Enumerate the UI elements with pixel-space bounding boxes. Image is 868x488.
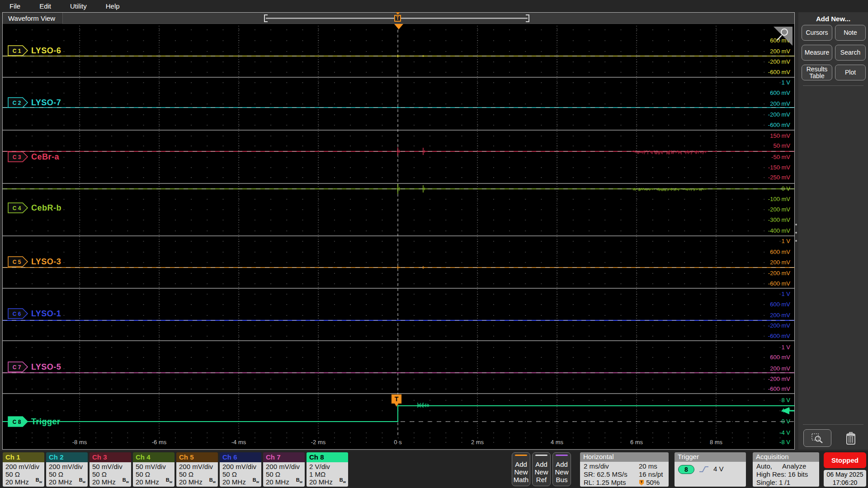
channel-settings-ch7[interactable]: Ch 7200 mV/div50 Ω20 MHzBw xyxy=(263,452,305,487)
channel-badge-c5[interactable]: C 5 xyxy=(8,257,28,267)
channel-settings-ch2[interactable]: Ch 2200 mV/div50 Ω20 MHzBw xyxy=(46,452,88,487)
tab-title: Waveform View xyxy=(8,14,55,22)
x-axis-label: -2 ms xyxy=(311,439,326,446)
trash-icon xyxy=(845,431,857,446)
channel-settings-ch6[interactable]: Ch 6200 mV/div50 Ω20 MHzBw xyxy=(220,452,261,487)
scale-label: -200 mV xyxy=(768,270,790,277)
add-new-math-button[interactable]: AddNewMath xyxy=(512,452,530,486)
scale-label: -200 mV xyxy=(768,111,790,118)
scale-label: 1 V xyxy=(781,79,790,86)
run-stop-button[interactable]: Stopped xyxy=(824,452,866,468)
menu-edit[interactable]: Edit xyxy=(39,2,51,10)
bandwidth-limit-icon: Bw xyxy=(123,476,129,486)
channel-badge-header: Ch 3 xyxy=(90,452,131,462)
channel-badge-c2[interactable]: C 2 xyxy=(8,98,28,108)
channel-tag-text: C 1 xyxy=(13,48,21,54)
trigger-flag[interactable]: T xyxy=(392,394,401,407)
button-measure[interactable]: Measure xyxy=(802,45,832,61)
scale-label: -150 mV xyxy=(768,164,790,171)
channel-badge-body: 200 mV/div50 Ω20 MHzBw xyxy=(46,462,88,487)
channel-scale: 200 mV/div xyxy=(5,463,44,470)
rising-edge-icon xyxy=(699,465,709,473)
channel-badge-c8[interactable]: C 8 xyxy=(8,417,28,427)
channel-c1: 600 mV200 mV-200 mV-600 mVC 1LYSO-6 xyxy=(3,37,794,75)
x-axis-label: 4 ms xyxy=(551,439,564,446)
channel-settings-ch5[interactable]: Ch 5200 mV/div50 Ω20 MHzBw xyxy=(176,452,218,487)
channel-badge-c7[interactable]: C 7 xyxy=(8,362,28,372)
horizontal-scale: 2 ms/div xyxy=(584,462,639,470)
menu-help[interactable]: Help xyxy=(106,2,120,10)
time-text: 17:06:20 xyxy=(824,479,866,487)
channel-badge-header: Ch 4 xyxy=(133,452,175,462)
channel-settings-ch3[interactable]: Ch 350 mV/div50 Ω20 MHzBw xyxy=(90,452,131,487)
bandwidth-limit-icon: Bw xyxy=(79,476,85,486)
trigger-panel[interactable]: Trigger 8 4 V xyxy=(675,452,746,487)
channel-name: Trigger xyxy=(31,417,61,426)
button-results-table[interactable]: ResultsTable xyxy=(802,65,832,80)
button-search[interactable]: Search xyxy=(835,45,866,61)
channel-name: LYSO-6 xyxy=(31,46,61,55)
trigger-marker-box: T xyxy=(394,15,401,22)
channel-c6: 1 V600 mV200 mV-200 mV-600 mVC 6LYSO-1 xyxy=(3,291,794,339)
button-stripe xyxy=(535,455,547,456)
acquisition-detail: High Res: 16 bits xyxy=(756,470,819,479)
trigger-level: 4 V xyxy=(713,465,724,473)
scale-label: 600 mV xyxy=(770,301,790,308)
channel-badge-header: Ch 6 xyxy=(220,452,261,462)
button-note[interactable]: Note xyxy=(835,25,866,41)
channel-badge-header: Ch 2 xyxy=(46,452,88,462)
bandwidth-limit-icon: Bw xyxy=(253,476,259,486)
button-plot[interactable]: Plot xyxy=(835,65,866,80)
scale-label: -200 mV xyxy=(768,58,790,65)
record-view-bracket-right xyxy=(526,14,529,22)
trigger-position-marker[interactable]: T xyxy=(394,13,402,24)
channel-badge-c1[interactable]: C 1 xyxy=(8,46,28,56)
trigger-source-badge: 8 xyxy=(678,465,694,474)
channel-scale: 2 V/div xyxy=(309,463,348,470)
tab-waveform-view[interactable]: Waveform View xyxy=(3,13,63,24)
channel-badge-c4[interactable]: C 4 xyxy=(8,203,28,213)
waveform-view-container: Waveform View T 600 mV200 mV-200 mV-600 … xyxy=(2,12,795,450)
acquisition-single: Single: 1 /1 xyxy=(756,479,819,487)
panel-divider xyxy=(803,85,863,86)
add-new-ref-button[interactable]: AddNewRef xyxy=(532,452,551,486)
channel-tag-text: C 2 xyxy=(13,100,21,106)
channel-badge-header: Ch 7 xyxy=(263,452,305,462)
zoom-box-icon xyxy=(811,432,824,444)
panel-divider xyxy=(803,424,863,425)
scale-label: -50 mV xyxy=(771,154,790,160)
trigger-body: 8 4 V xyxy=(675,462,746,487)
scale-label: -250 mV xyxy=(768,174,790,181)
button-stripe xyxy=(556,455,568,456)
channel-c7: 1 V600 mV200 mV-200 mV-600 mVC 7LYSO-5 xyxy=(3,344,794,392)
scale-label: 8 V xyxy=(781,397,790,404)
menu-file[interactable]: File xyxy=(9,2,20,10)
bandwidth-limit-icon: Bw xyxy=(296,476,302,486)
horizontal-position: T 50% xyxy=(639,479,669,487)
channel-scale: 200 mV/div xyxy=(266,463,305,470)
waveform-plot[interactable]: 600 mV200 mV-200 mV-600 mVC 1LYSO-61 V60… xyxy=(3,24,794,449)
channel-name: CebR-b xyxy=(31,203,61,212)
channel-settings-ch8[interactable]: Ch 82 V/div1 MΩ20 MHzBw xyxy=(307,452,348,487)
scale-label: -8 V xyxy=(779,439,790,446)
channel-badge-body: 200 mV/div50 Ω20 MHzBw xyxy=(3,462,44,487)
channel-settings-ch1[interactable]: Ch 1200 mV/div50 Ω20 MHzBw xyxy=(3,452,44,487)
scale-label: 200 mV xyxy=(770,259,790,266)
panel-splitter[interactable] xyxy=(795,224,797,242)
zoom-box-button[interactable] xyxy=(803,429,831,447)
scale-label: 600 mV xyxy=(770,89,790,96)
button-cursors[interactable]: Cursors xyxy=(802,25,832,41)
acquisition-panel[interactable]: Acquisition Auto, Analyze High Res: 16 b… xyxy=(753,452,819,487)
channel-badge-c6[interactable]: C 6 xyxy=(8,309,28,319)
channel-badge-c3[interactable]: C 3 xyxy=(8,152,28,162)
scale-label: -200 mV xyxy=(768,206,790,213)
trash-button[interactable] xyxy=(843,430,859,446)
acquisition-analyze: Analyze xyxy=(782,462,806,470)
scale-label: -600 mV xyxy=(768,122,790,128)
add-new-bus-button[interactable]: AddNewBus xyxy=(552,452,571,486)
menu-utility[interactable]: Utility xyxy=(70,2,87,10)
horizontal-panel[interactable]: Horizontal 2 ms/div 20 ms SR: 62.5 MS/s … xyxy=(580,452,669,487)
scale-label: -600 mV xyxy=(768,385,790,392)
bandwidth-limit-icon: Bw xyxy=(36,476,42,486)
channel-settings-ch4[interactable]: Ch 450 mV/div50 Ω20 MHzBw xyxy=(133,452,175,487)
